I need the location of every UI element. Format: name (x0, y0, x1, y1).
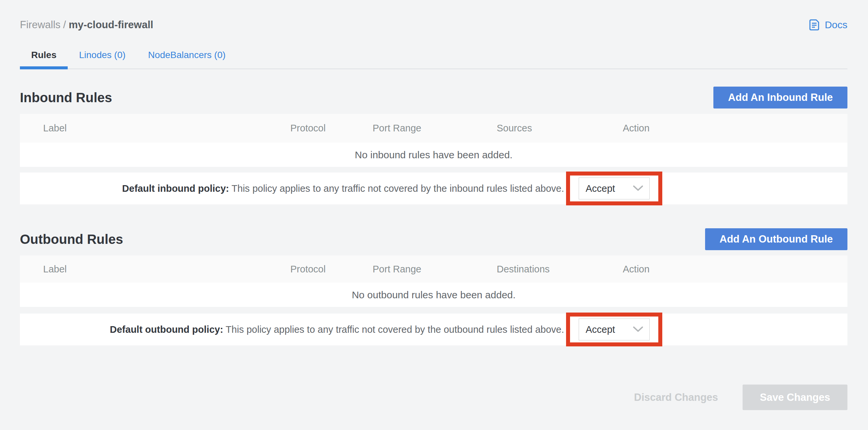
form-actions-footer: Discard Changes Save Changes (20, 385, 847, 410)
add-inbound-rule-button[interactable]: Add An Inbound Rule (713, 87, 847, 109)
chevron-down-icon (633, 326, 643, 333)
inbound-policy-select[interactable]: Accept (579, 178, 650, 199)
outbound-column-action: Action (623, 264, 847, 275)
tab-nodebalancers[interactable]: NodeBalancers (0) (137, 48, 237, 68)
save-changes-button[interactable]: Save Changes (743, 385, 847, 410)
tab-rules[interactable]: Rules (20, 48, 68, 68)
add-outbound-rule-button[interactable]: Add An Outbound Rule (705, 228, 848, 250)
inbound-rules-table: Label Protocol Port Range Sources Action… (20, 114, 847, 167)
outbound-policy-text: This policy applies to any traffic not c… (226, 324, 564, 335)
breadcrumb: Firewalls/my-cloud-firewall (20, 19, 153, 31)
outbound-empty-message: No outbound rules have been added. (352, 289, 516, 301)
outbound-rules-table: Label Protocol Port Range Destinations A… (20, 255, 847, 307)
docs-label: Docs (825, 19, 847, 31)
outbound-column-destinations: Destinations (497, 264, 623, 275)
inbound-table-header: Label Protocol Port Range Sources Action (20, 114, 847, 143)
outbound-table-header: Label Protocol Port Range Destinations A… (20, 255, 847, 283)
breadcrumb-separator: / (60, 19, 69, 31)
top-bar: Firewalls/my-cloud-firewall Docs (20, 17, 847, 32)
outbound-policy-selected-value: Accept (586, 324, 615, 335)
inbound-column-label: Label (20, 123, 290, 134)
outbound-section-header: Outbound Rules Add An Outbound Rule (20, 228, 847, 250)
inbound-section-header: Inbound Rules Add An Inbound Rule (20, 87, 847, 109)
docs-link[interactable]: Docs (808, 18, 847, 32)
inbound-empty-message: No inbound rules have been added. (355, 149, 512, 161)
outbound-column-port-range: Port Range (373, 264, 497, 275)
outbound-empty-row: No outbound rules have been added. (20, 283, 847, 307)
firewall-detail-page: Firewalls/my-cloud-firewall Docs Rules L… (0, 0, 868, 430)
outbound-policy-label: Default outbound policy: (110, 324, 223, 335)
inbound-policy-text: This policy applies to any traffic not c… (231, 183, 564, 194)
breadcrumb-current-firewall: my-cloud-firewall (69, 19, 153, 31)
inbound-rules-title: Inbound Rules (20, 90, 112, 105)
chevron-down-icon (633, 185, 643, 192)
outbound-column-label: Label (20, 264, 290, 275)
inbound-column-protocol: Protocol (290, 123, 373, 134)
outbound-default-policy-row: Default outbound policy: This policy app… (20, 313, 847, 345)
breadcrumb-firewalls-link[interactable]: Firewalls (20, 19, 60, 31)
inbound-column-action: Action (623, 123, 847, 134)
inbound-policy-description: Default inbound policy: This policy appl… (122, 183, 564, 194)
inbound-empty-row: No inbound rules have been added. (20, 143, 847, 167)
inbound-column-sources: Sources (497, 123, 623, 134)
outbound-rules-title: Outbound Rules (20, 232, 123, 247)
outbound-policy-select[interactable]: Accept (579, 318, 650, 340)
outbound-policy-description: Default outbound policy: This policy app… (110, 324, 564, 335)
tab-bar: Rules Linodes (0) NodeBalancers (0) (20, 48, 847, 69)
discard-changes-button[interactable]: Discard Changes (626, 392, 726, 403)
outbound-column-protocol: Protocol (290, 264, 373, 275)
inbound-policy-highlight-box: Accept (566, 172, 662, 205)
outbound-policy-highlight-box: Accept (566, 312, 662, 346)
inbound-column-port-range: Port Range (373, 123, 497, 134)
inbound-policy-selected-value: Accept (586, 183, 615, 194)
tab-linodes[interactable]: Linodes (0) (68, 48, 137, 68)
docs-icon (808, 18, 821, 32)
inbound-policy-label: Default inbound policy: (122, 183, 229, 194)
inbound-default-policy-row: Default inbound policy: This policy appl… (20, 173, 847, 204)
